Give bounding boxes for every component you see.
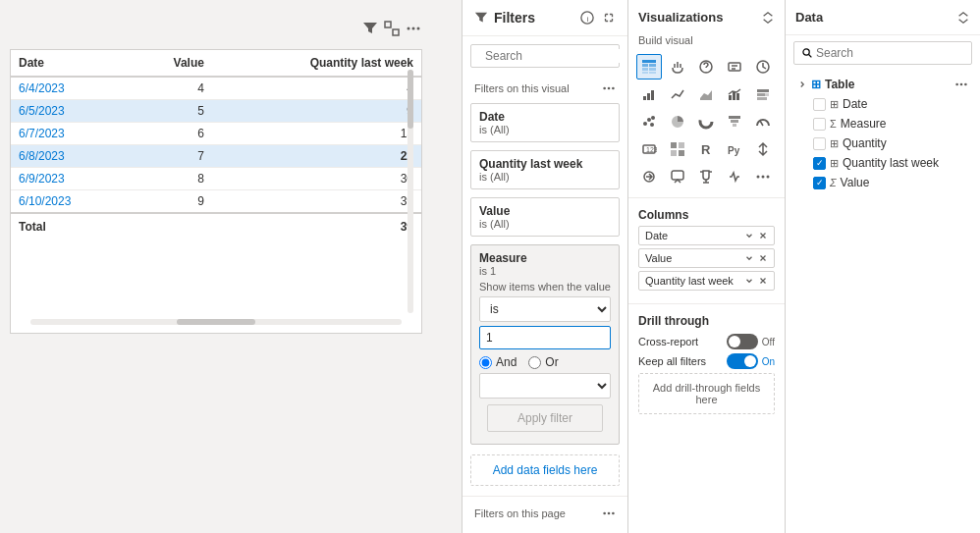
data-panel-expand-icon[interactable] [956, 11, 970, 25]
value-sigma-icon: Σ [830, 177, 837, 188]
chevron-right-icon [797, 80, 807, 89]
measure-checkbox[interactable] [813, 118, 826, 131]
viz-custom-icon[interactable] [722, 164, 747, 189]
or-radio-label[interactable]: Or [528, 355, 558, 369]
viz-combo-icon[interactable] [722, 81, 747, 107]
viz-card-icon[interactable]: 123 [636, 136, 662, 162]
more-icon[interactable] [406, 21, 421, 36]
tree-item-value[interactable]: ✓ Σ Value [793, 173, 972, 192]
filters-search-box[interactable] [470, 44, 620, 68]
svg-rect-48 [679, 142, 684, 148]
col-date: Date [11, 50, 131, 77]
data-search-box[interactable] [793, 41, 972, 65]
viz-empty1[interactable] [722, 54, 747, 80]
close-tag-icon2[interactable] [758, 253, 768, 263]
viz-table-icon[interactable] [636, 54, 662, 80]
viz-funnel-chart-icon[interactable] [722, 109, 747, 134]
tree-item-quantity[interactable]: ⊞ Quantity [793, 133, 972, 153]
viz-donut-icon[interactable] [693, 109, 719, 134]
viz-hand-icon[interactable] [665, 54, 690, 80]
visual-container: Date Value Quantity last week 6/4/2023 4… [10, 49, 422, 334]
cross-report-switch[interactable] [727, 334, 758, 349]
cross-report-row: Cross-report Off [638, 334, 775, 349]
qty-last-week-checkbox[interactable]: ✓ [813, 157, 826, 170]
drill-fields-area[interactable]: Add drill-through fields here [638, 373, 775, 414]
viz-more-icon[interactable] [750, 164, 776, 189]
viz-py-icon[interactable]: Py [722, 136, 747, 162]
filter-icon[interactable] [362, 21, 378, 36]
more-dots-page-icon[interactable] [602, 506, 616, 520]
filter-card-qty-last-week: Quantity last week is (All) [470, 150, 620, 189]
info-icon[interactable]: i [580, 11, 594, 25]
svg-point-11 [612, 87, 615, 90]
keep-filters-row: Keep all filters On [638, 353, 775, 369]
table-row[interactable]: 6/8/2023 7 22 [11, 145, 421, 168]
viz-bar-icon[interactable] [636, 81, 662, 107]
filters-search-input[interactable] [485, 49, 628, 63]
chevron-down-icon3 [744, 276, 754, 286]
tree-item-measure[interactable]: Σ Measure [793, 114, 972, 133]
viz-ai-icon[interactable] [636, 164, 662, 189]
tree-group-table-header[interactable]: ⊞ Table [793, 75, 972, 94]
keep-filters-switch[interactable] [727, 353, 758, 369]
value-checkbox[interactable]: ✓ [813, 177, 826, 189]
viz-scatter-icon[interactable] [636, 109, 662, 134]
filter-second-operator[interactable] [479, 373, 611, 399]
and-radio-label[interactable]: And [479, 355, 517, 369]
viz-speech-icon[interactable] [665, 164, 690, 189]
viz-trophy-icon[interactable] [693, 164, 719, 189]
viz-gauge-icon[interactable] [750, 109, 776, 134]
total-qty: 39 [212, 213, 421, 240]
drill-through-section: Drill through Cross-report Off Keep all … [628, 308, 785, 420]
cell-qty: 15 [212, 123, 421, 145]
table-row[interactable]: 6/10/2023 9 39 [11, 190, 421, 214]
close-tag-icon[interactable] [758, 231, 768, 240]
expand-icon[interactable] [602, 11, 616, 25]
more-dots-icon[interactable] [602, 81, 616, 95]
keep-filters-toggle[interactable]: On [727, 353, 775, 369]
cell-value: 4 [131, 77, 212, 100]
cell-value: 8 [131, 168, 212, 190]
filter-value-input[interactable] [479, 326, 611, 349]
and-radio[interactable] [479, 356, 492, 369]
data-search-input[interactable] [816, 46, 963, 60]
viz-empty2[interactable] [750, 54, 776, 80]
drill-through-label: Drill through [638, 314, 775, 328]
tree-more-icon[interactable] [954, 78, 968, 91]
apply-filter-button[interactable]: Apply filter [487, 404, 603, 432]
add-fields-button[interactable]: Add data fields here [470, 454, 620, 486]
close-tag-icon3[interactable] [758, 276, 768, 286]
viz-line-icon[interactable] [665, 81, 690, 107]
table-row[interactable]: 6/7/2023 6 15 [11, 123, 421, 145]
column-tag-date[interactable]: Date [638, 226, 775, 245]
horizontal-scrollbar[interactable] [30, 319, 402, 325]
viz-pie-icon[interactable] [665, 109, 690, 134]
quantity-checkbox[interactable] [813, 137, 826, 150]
viz-r-icon[interactable]: R [693, 136, 719, 162]
viz-qna-icon[interactable] [693, 54, 719, 80]
data-panel-title: Data [795, 10, 823, 25]
viz-area-icon[interactable] [693, 81, 719, 107]
cross-report-state: Off [762, 337, 775, 347]
tree-group-table: ⊞ Table ⊞ Date Σ Measure [793, 75, 972, 192]
focus-icon[interactable] [384, 21, 400, 36]
tree-item-date[interactable]: ⊞ Date [793, 94, 972, 114]
viz-100bar-icon[interactable] [750, 81, 776, 107]
vertical-scrollbar[interactable] [408, 70, 413, 313]
viz-expand-icon[interactable] [761, 11, 775, 25]
table-row[interactable]: 6/4/2023 4 4 [11, 77, 421, 100]
date-checkbox[interactable] [813, 98, 826, 111]
tree-item-qty-last-week[interactable]: ✓ ⊞ Quantity last week [793, 153, 972, 173]
or-radio[interactable] [528, 356, 541, 369]
table-row[interactable]: 6/5/2023 5 9 [11, 100, 421, 123]
svg-rect-26 [647, 93, 650, 100]
viz-decomp-icon[interactable] [750, 136, 776, 162]
svg-point-2 [408, 27, 410, 30]
filter-operator-select[interactable]: is is not is less than is greater than [479, 296, 611, 322]
column-tag-qty-last-week[interactable]: Quantity last week [638, 271, 775, 291]
table-type-icon: ⊞ [811, 78, 821, 91]
table-row[interactable]: 6/9/2023 8 30 [11, 168, 421, 190]
column-tag-value[interactable]: Value [638, 248, 775, 268]
viz-matrix-icon[interactable] [665, 136, 690, 162]
cross-report-toggle[interactable]: Off [727, 334, 775, 349]
